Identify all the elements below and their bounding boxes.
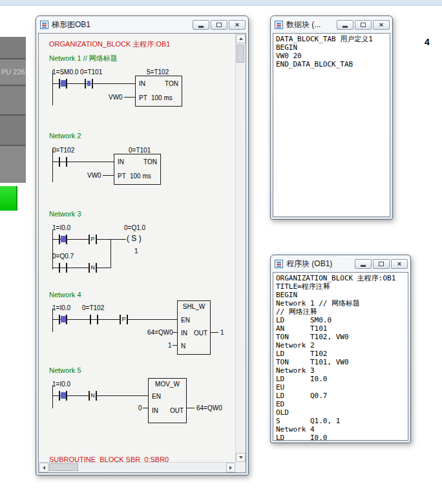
data-block-text: DATA_BLOCK_TAB 用户定义1BEGINVW0 20END_DATA_… <box>273 34 390 216</box>
ton-box[interactable]: IN TON PT 100 ms <box>114 154 161 185</box>
green-indicator-block <box>0 186 17 211</box>
data-block-editor[interactable]: DATA_BLOCK_TAB 用户定义1BEGINVW0 20END_DATA_… <box>273 33 390 217</box>
ladder-window-titlebar[interactable]: 梯形图OB1 × <box>36 16 248 32</box>
scroll-down-button[interactable] <box>236 453 246 462</box>
arrow-up-icon <box>239 37 243 40</box>
cpu-segment <box>0 116 26 145</box>
edge-letter: N <box>90 264 96 271</box>
close-button[interactable]: × <box>229 20 246 30</box>
contact-t102[interactable] <box>90 315 98 324</box>
close-icon: × <box>397 260 401 268</box>
code-line: ED <box>276 400 408 408</box>
out-operand: 64=QW0 <box>196 404 222 412</box>
contact-t102[interactable] <box>59 157 67 167</box>
network-title: Network 3 <box>49 210 81 218</box>
cpu-segment <box>0 86 26 114</box>
edge-letter: P <box>90 235 96 243</box>
wire-h <box>143 408 148 408</box>
data-block-window-titlebar[interactable]: 数据块 (... × <box>271 16 392 32</box>
ladder-editor: ORGANIZATION_BLOCK 主程序:OB1 Network 1 // … <box>38 33 246 473</box>
box-pin-n: N <box>181 342 185 350</box>
scrollbar-corner <box>235 462 245 472</box>
power-rail <box>52 70 53 105</box>
box-pin-pt: PT <box>139 94 147 101</box>
positive-edge-contact[interactable]: P <box>89 235 97 244</box>
program-block-editor[interactable]: ORGANIZATION_BLOCK 主程序:OB1TITLE=程序注释BEGI… <box>273 272 408 441</box>
minimize-button[interactable] <box>355 259 372 269</box>
box-type: SHL_W <box>183 303 205 310</box>
contact-i0.0[interactable] <box>59 315 67 324</box>
close-button[interactable]: × <box>373 20 390 30</box>
contact-t101[interactable] <box>85 79 93 89</box>
ladder-window-icon <box>40 21 48 29</box>
negative-edge-contact[interactable]: N <box>89 263 97 273</box>
minimize-icon <box>342 26 348 28</box>
program-block-window-titlebar[interactable]: 程序块 (OB1) × <box>271 255 410 271</box>
code-line: Network 1 // 网络标题 <box>276 299 408 308</box>
ton-box[interactable]: IN TON PT 100 ms <box>135 76 182 107</box>
code-line: TON T102, VW0 <box>276 333 408 341</box>
out-operand: 1 <box>220 329 224 336</box>
horizontal-scroll-thumb[interactable] <box>49 463 78 471</box>
scroll-right-button[interactable] <box>226 463 235 472</box>
top-strip <box>0 0 442 6</box>
box-label: 5=T102 <box>147 68 169 76</box>
program-block-window: 程序块 (OB1) × ORGANIZATION_BLOCK 主程序:OB1TI… <box>270 255 411 443</box>
shl-w-box[interactable]: SHL_W EN IN OUT N <box>177 300 211 355</box>
power-flow-indicator <box>61 316 66 322</box>
restore-button[interactable] <box>355 20 372 30</box>
contact-i0.0[interactable] <box>59 235 67 244</box>
set-coil[interactable]: S <box>126 234 142 243</box>
restore-icon <box>216 23 222 27</box>
box-pin-in: IN <box>118 158 124 165</box>
restore-button[interactable] <box>211 20 227 30</box>
wire-h <box>52 319 177 320</box>
contact-label: 1=SM0.0 <box>52 68 78 76</box>
block-header: ORGANIZATION_BLOCK 主程序:OB1 <box>49 39 170 49</box>
program-block-text: ORGANIZATION_BLOCK 主程序:OB1TITLE=程序注释BEGI… <box>273 273 408 440</box>
ladder-canvas[interactable]: ORGANIZATION_BLOCK 主程序:OB1 Network 1 // … <box>39 34 235 462</box>
arrow-down-icon <box>239 456 243 459</box>
close-icon: × <box>235 21 239 29</box>
code-line: VW0 20 <box>276 52 390 60</box>
scroll-up-button[interactable] <box>236 34 246 43</box>
code-line: LD I0.0 <box>276 375 408 383</box>
n-operand: 1 <box>168 342 172 349</box>
code-line: S Q1.0, 1 <box>276 417 408 425</box>
vertical-scrollbar[interactable] <box>235 34 245 462</box>
contact-q0.7[interactable] <box>59 263 67 273</box>
power-rail <box>52 229 53 269</box>
contact-sm0.0[interactable] <box>59 79 67 89</box>
power-rail <box>52 308 53 332</box>
positive-edge-contact[interactable]: P <box>120 315 128 324</box>
close-button[interactable]: × <box>391 259 408 269</box>
code-line: OLD <box>276 408 408 417</box>
close-icon: × <box>379 21 383 29</box>
wire-h <box>103 175 114 176</box>
contact-label: 0=Q0.7 <box>52 253 74 260</box>
scroll-left-button[interactable] <box>39 463 48 472</box>
cpu-module-strip: PU 226 <box>0 37 26 183</box>
coil-operand: 1 <box>134 247 138 255</box>
minimize-button[interactable] <box>337 20 353 30</box>
mov-w-box[interactable]: MOV_W EN IN OUT <box>148 378 187 423</box>
vertical-scroll-thumb[interactable] <box>237 45 244 63</box>
wire-h <box>173 332 177 333</box>
restore-button[interactable] <box>373 259 390 269</box>
wire-v <box>111 239 111 268</box>
ladder-window: 梯形图OB1 × ORGANIZATION_BLOCK 主程序:OB1 Netw… <box>36 16 249 476</box>
code-line: Network 3 <box>276 366 408 375</box>
contact-label: 1=I0.0 <box>52 304 70 311</box>
horizontal-scrollbar[interactable] <box>39 462 235 472</box>
edge-letter: N <box>90 392 96 399</box>
box-pin-en: EN <box>181 317 190 324</box>
contact-i0.0[interactable] <box>59 391 67 401</box>
code-line: DATA_BLOCK_TAB 用户定义1 <box>276 35 390 43</box>
minimize-button[interactable] <box>193 20 209 30</box>
code-line: // 网络注释 <box>276 308 408 316</box>
code-line: LD Q0.7 <box>276 392 408 400</box>
code-line: BEGIN <box>276 291 408 299</box>
negative-edge-contact[interactable]: N <box>89 391 97 401</box>
minimize-icon <box>361 265 366 267</box>
code-line: Network 2 <box>276 341 408 350</box>
